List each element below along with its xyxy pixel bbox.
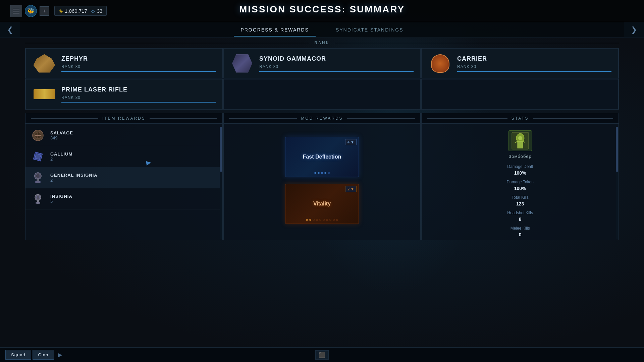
credits-value: 1,060,717 <box>65 8 87 14</box>
laser-image <box>33 84 56 104</box>
rank-grid: ZEPHYR RANK 30 SYNOID GAMMACOR RANK 30 <box>25 48 619 110</box>
synoid-name: SYNOID GAMMACOR <box>259 55 414 62</box>
general-insignia-icon <box>31 171 45 185</box>
mod-card-vitality[interactable]: 2 ▼ Vitality <box>285 184 359 224</box>
stats-header-text: STATS <box>512 116 529 121</box>
squad-button[interactable]: Squad <box>5 350 31 360</box>
synoid-image <box>230 53 254 73</box>
nav-arrow-left[interactable]: ❮ <box>0 22 20 38</box>
insignia-details: INSIGNIA 5 <box>50 194 217 204</box>
tab-progress-rewards[interactable]: PROGRESS & REWARDS <box>234 23 316 37</box>
stats-header-line-left <box>427 118 507 119</box>
rank-card-synoid: SYNOID GAMMACOR RANK 30 <box>223 48 421 78</box>
bottom-navigation: Squad Clan ▶ ⬛ <box>0 347 644 362</box>
carrier-image <box>428 53 452 73</box>
mod-dots-fast-deflection <box>314 172 330 174</box>
carrier-rank-bar <box>457 71 611 72</box>
svg-rect-5 <box>35 154 41 159</box>
zephyr-icon <box>34 54 55 73</box>
stats-content: Зомбобер Damage Dealt 100% Damage Taken … <box>422 124 619 237</box>
list-item: INSIGNIA 5 <box>25 188 222 209</box>
svg-rect-13 <box>36 202 40 203</box>
bottom-nav-arrow[interactable]: ▶ <box>55 350 65 359</box>
mod-dot <box>319 219 321 221</box>
gallium-qty: 2 <box>50 157 217 162</box>
general-insignia-qty: 2 <box>50 178 217 183</box>
rank-card-empty-1 <box>223 79 421 109</box>
mod-header-line-right <box>347 118 415 119</box>
salvage-details: SALVAGE 349 <box>50 130 217 140</box>
stat-value-damage-taken: 100% <box>428 186 612 191</box>
mod-rewards-header: MOD REWARDS <box>224 113 421 124</box>
mod-card-fast-deflection[interactable]: 4 ▼ Fast Deflection <box>285 137 359 177</box>
menu-button[interactable] <box>10 5 22 17</box>
zephyr-name: ZEPHYR <box>61 55 216 62</box>
item-rewards-header: ITEM REWARDS <box>25 113 222 124</box>
synoid-info: SYNOID GAMMACOR RANK 30 <box>259 55 414 72</box>
mod-rank-badge-fast-deflection: 4 ▼ <box>345 139 357 145</box>
mod-dot <box>306 219 308 221</box>
rank-card-zephyr: ZEPHYR RANK 30 <box>25 48 223 78</box>
avatar-button[interactable]: 🐝 <box>25 5 37 17</box>
stat-value-total-kills: 123 <box>428 201 612 206</box>
rank-section: RANK ZEPHYR RANK 30 <box>25 41 619 110</box>
mod-dot <box>313 219 315 221</box>
stat-value-melee-kills: 0 <box>428 232 612 237</box>
stats-header: STATS <box>422 113 619 124</box>
stats-header-line-right <box>533 118 613 119</box>
rank-card-laser: PRIME LASER RIFLE RANK 30 <box>25 79 223 109</box>
item-list-scrollbar[interactable] <box>220 127 222 239</box>
tab-navigation: ❮ PROGRESS & REWARDS SYNDICATE STANDINGS… <box>0 22 644 38</box>
stats-section: STATS Зомбобер Damage Dealt <box>421 113 619 240</box>
item-header-line-left <box>31 118 98 119</box>
mod-dot <box>314 172 316 174</box>
mod-dot <box>336 219 338 221</box>
credits-display: ◈ 1,060,717 <box>59 8 87 14</box>
add-button[interactable]: + <box>40 6 49 16</box>
mod-dot <box>316 219 318 221</box>
avatar-icon: 🐝 <box>27 7 35 15</box>
laser-rank: RANK 30 <box>61 95 216 100</box>
stat-value-headshot-kills: 8 <box>428 217 612 222</box>
stats-scrollbar-thumb <box>616 127 618 172</box>
salvage-icon <box>31 128 45 142</box>
zephyr-info: ZEPHYR RANK 30 <box>61 55 216 72</box>
synoid-rank-bar-fill <box>259 71 414 72</box>
clan-button[interactable]: Clan <box>33 350 54 360</box>
svg-point-17 <box>518 136 522 140</box>
salvage-qty: 349 <box>50 135 217 140</box>
rank-header-text: RANK <box>314 41 329 45</box>
mod-header-text: MOD REWARDS <box>301 116 343 121</box>
laser-rank-bar-fill <box>61 102 216 103</box>
general-insignia-details: GENERAL INSIGNIA 2 <box>50 173 217 183</box>
list-item: SALVAGE 349 <box>25 125 222 146</box>
bottom-grid: ITEM REWARDS SALVAGE <box>25 113 619 240</box>
carrier-info: CARRIER RANK 30 <box>457 55 611 72</box>
tab-syndicate-standings[interactable]: SYNDICATE STANDINGS <box>329 23 410 37</box>
mod-name-vitality: Vitality <box>313 201 331 207</box>
mod-header-line-left <box>229 118 297 119</box>
mod-dot <box>321 172 323 174</box>
credit-icon: ◈ <box>59 8 63 14</box>
stat-row-melee-kills: Melee Kills 0 <box>428 226 612 237</box>
page-title: MISSION SUCCESS: SUMMARY <box>239 4 405 15</box>
mod-dot <box>333 219 335 221</box>
stat-row-headshot-kills: Headshot Kills 8 <box>428 210 612 222</box>
player-name: Зомбобер <box>509 154 532 159</box>
mod-rank-badge-vitality: 2 ▼ <box>345 186 357 192</box>
mod-container: 4 ▼ Fast Deflection 2 <box>224 124 421 237</box>
stat-label-headshot-kills: Headshot Kills <box>428 210 612 215</box>
zephyr-rank-bar <box>61 71 216 72</box>
insignia-name: INSIGNIA <box>50 194 217 199</box>
player-avatar <box>508 130 532 151</box>
item-rewards-list[interactable]: SALVAGE 349 GALLIUM 2 <box>25 124 222 237</box>
laser-icon <box>34 89 55 99</box>
center-button[interactable]: ⬛ <box>315 350 329 360</box>
zephyr-image <box>33 53 56 73</box>
stat-row-total-kills: Total Kills 123 <box>428 195 612 206</box>
item-rewards-section: ITEM REWARDS SALVAGE <box>25 113 223 240</box>
stat-row-damage-taken: Damage Taken 100% <box>428 180 612 191</box>
stats-scrollbar[interactable] <box>616 127 618 237</box>
nav-arrow-right[interactable]: ❯ <box>624 22 644 38</box>
gallium-icon <box>31 149 45 164</box>
